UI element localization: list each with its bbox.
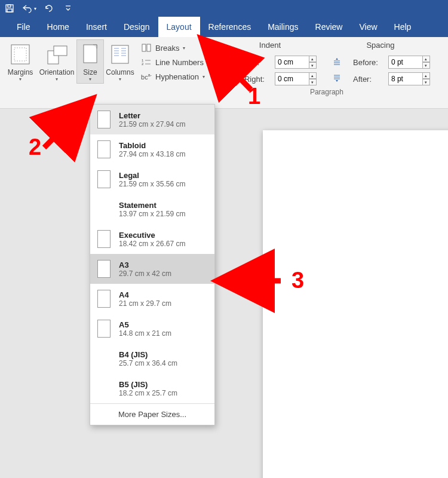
page-icon [97,140,111,158]
size-option-dim: 21.59 cm x 35.56 cm [119,180,185,188]
size-option-dim: 18.42 cm x 26.67 cm [119,240,185,248]
hyphenation-label: Hyphenation [155,72,199,81]
margins-icon [8,42,32,66]
spinner-up-icon[interactable]: ▴ [309,56,317,62]
size-option-name: Executive [119,231,185,240]
size-option-a4[interactable]: A421 cm x 29.7 cm [90,284,214,314]
page-icon [97,320,111,338]
chevron-down-icon: ▾ [119,76,121,82]
quick-access-toolbar: ▾ [0,0,448,17]
size-option-b5-jis-[interactable]: B5 (JIS)18.2 cm x 25.7 cm [90,373,214,403]
indent-left-input[interactable]: ▴▾ [275,56,317,69]
spacing-after-label: After: [353,75,385,84]
tab-view[interactable]: View [351,17,385,37]
chevron-down-icon: ▾ [183,45,185,51]
tab-help[interactable]: Help [386,17,420,37]
tab-home[interactable]: Home [39,17,78,37]
orientation-button[interactable]: Orientation ▾ [37,39,76,84]
size-option-dim: 29.7 cm x 42 cm [119,269,171,278]
size-option-a5[interactable]: A514.8 cm x 21 cm [90,314,214,344]
columns-button[interactable]: Columns ▾ [104,39,136,84]
customize-qat-icon[interactable] [65,5,71,12]
more-paper-sizes[interactable]: More Paper Sizes... [90,403,214,425]
ribbon: Margins ▾ Orientation ▾ Size ▾ [0,37,448,109]
size-option-dim: 18.2 cm x 25.7 cm [119,389,177,397]
size-option-legal[interactable]: Legal21.59 cm x 35.56 cm [90,164,214,194]
page-icon [97,170,111,188]
size-option-name: B5 (JIS) [119,380,177,389]
spinner-down-icon[interactable]: ▾ [423,79,430,85]
ribbon-tabs: File Home Insert Design Layout Reference… [0,17,448,37]
group-separator [217,42,217,97]
line-numbers-icon: 12 [141,57,152,67]
spinner-up-icon[interactable]: ▴ [423,72,430,79]
size-option-dim: 21 cm x 29.7 cm [119,299,171,308]
tab-file[interactable]: File [8,17,39,37]
margins-label: Margins [8,69,33,76]
page-icon [97,230,111,248]
spacing-before-icon [332,57,343,67]
chevron-down-icon: ▾ [207,60,210,65]
size-option-name: Letter [119,111,185,120]
size-option-tabloid[interactable]: Tabloid27.94 cm x 43.18 cm [90,134,214,164]
columns-label: Columns [106,69,134,76]
size-option-dim: 13.97 cm x 21.59 cm [119,210,185,218]
size-option-name: Tabloid [119,141,185,150]
spacing-after-input[interactable]: ▴▾ [388,72,430,85]
size-button[interactable]: Size ▾ [76,39,104,84]
spinner-down-icon[interactable]: ▾ [309,62,317,69]
chevron-down-icon: ▾ [19,76,22,82]
page-icon [97,290,111,308]
size-label: Size [83,69,97,76]
redo-icon[interactable] [44,4,53,13]
undo-icon[interactable]: ▾ [22,4,36,13]
size-option-b4-jis-[interactable]: B4 (JIS)25.7 cm x 36.4 cm [90,344,214,373]
spacing-before-input[interactable]: ▴▾ [388,56,430,69]
tab-insert[interactable]: Insert [78,17,115,37]
svg-rect-7 [54,46,67,56]
tab-mailings[interactable]: Mailings [259,17,306,37]
page-icon [97,111,111,128]
tab-layout[interactable]: Layout [158,17,200,37]
spinner-down-icon[interactable]: ▾ [423,62,430,69]
tab-references[interactable]: References [200,17,260,37]
indent-left-icon [223,57,234,67]
size-option-dim: 27.94 cm x 43.18 cm [119,150,185,158]
breaks-icon [141,43,152,53]
spinner-up-icon[interactable]: ▴ [423,56,430,62]
line-numbers-button[interactable]: 12 Line Numbers ▾ [139,56,212,68]
chevron-down-icon: ▾ [89,76,91,82]
size-option-statement[interactable]: Statement13.97 cm x 21.59 cm [90,194,214,224]
document-page[interactable] [263,130,448,478]
chevron-down-icon: ▾ [56,76,58,82]
paragraph-group-label: Paragraph [220,85,434,100]
tab-review[interactable]: Review [307,17,351,37]
spacing-before-label: Before: [353,58,385,67]
svg-rect-18 [142,44,146,51]
svg-rect-19 [147,44,151,51]
document-area [0,109,448,478]
size-option-a3[interactable]: A329.7 cm x 42 cm [90,254,214,284]
size-option-name: A4 [119,290,171,299]
chevron-down-icon[interactable]: ▾ [34,6,36,11]
indent-right-label: Right: [244,75,271,84]
line-numbers-label: Line Numbers [155,58,204,67]
size-option-dim: 25.7 cm x 36.4 cm [119,359,177,367]
margins-button[interactable]: Margins ▾ [4,39,37,84]
tab-design[interactable]: Design [115,17,158,37]
spacing-heading: Spacing [330,41,431,52]
hyphenation-button[interactable]: bca- Hyphenation ▾ [139,71,212,82]
breaks-button[interactable]: Breaks ▾ [139,42,212,54]
svg-text:2: 2 [142,62,144,66]
spacing-after-icon [332,74,343,84]
save-icon[interactable] [5,4,14,13]
size-option-letter[interactable]: Letter21.59 cm x 27.94 cm [90,105,214,134]
size-option-name: Statement [119,201,185,210]
orientation-icon [45,42,69,66]
size-option-executive[interactable]: Executive18.42 cm x 26.67 cm [90,224,214,254]
group-paragraph: Indent Spacing Left: ▴▾ Before: ▴▾ Right… [220,39,434,100]
spinner-down-icon[interactable]: ▾ [309,79,317,85]
indent-right-input[interactable]: ▴▾ [275,72,317,85]
columns-icon [108,42,132,66]
spinner-up-icon[interactable]: ▴ [309,72,317,79]
